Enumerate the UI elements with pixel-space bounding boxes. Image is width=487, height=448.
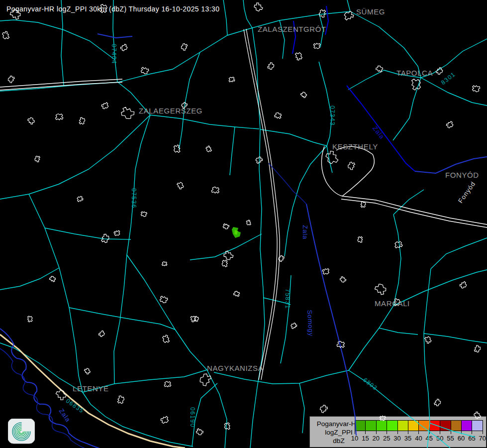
map-road-line [45, 228, 131, 239]
settlement-outline [459, 281, 467, 289]
settlement-outline [274, 112, 282, 120]
map-road-line [421, 39, 487, 78]
map-road-line [424, 334, 487, 343]
radar-viewer: Poganyvar-HR logZ_PPI dbZ 10152025303540… [0, 0, 487, 448]
settlement-outline [159, 295, 169, 304]
settlement-outline [140, 210, 148, 218]
settlement-outline [434, 399, 441, 406]
settlement-outline [205, 145, 213, 153]
map-road-line [250, 28, 265, 448]
settlement-outline [161, 260, 168, 267]
settlement-outline [293, 51, 304, 61]
settlement-outline [8, 76, 15, 83]
map-road-line [379, 328, 418, 335]
map-rail-line [342, 196, 487, 224]
hungaromet-spiral-logo [8, 419, 35, 447]
spiral-icon [8, 419, 35, 445]
settlement-outline [245, 219, 252, 226]
settlement-outline [176, 181, 184, 190]
settlement-outline [233, 290, 240, 297]
map-road-line [83, 370, 207, 392]
settlement-outline [78, 116, 86, 125]
map-road-line [0, 343, 83, 392]
settlement-outline [471, 83, 481, 93]
settlement-outline [100, 101, 109, 110]
settlement-outline [393, 240, 404, 250]
settlement-outline [163, 380, 172, 389]
settlement-outline [375, 284, 386, 295]
map-road-line [150, 115, 259, 129]
settlement-outline [222, 223, 230, 229]
map-road-line [214, 370, 349, 384]
map-road-line [384, 70, 421, 78]
settlement-outline [300, 92, 307, 98]
settlement-outline [210, 185, 221, 195]
settlement-outline [376, 65, 383, 73]
map-road-line [281, 275, 291, 363]
map-rail-line [246, 29, 280, 380]
settlement-outline [324, 149, 340, 165]
settlement-outline [120, 106, 135, 120]
map-road-line [118, 83, 150, 115]
map-road-line [0, 11, 350, 91]
settlement-outline [321, 266, 331, 276]
settlement-outline [436, 67, 443, 75]
settlement-outline [347, 161, 356, 170]
settlement-outline [408, 77, 423, 92]
map-road-line [230, 127, 235, 175]
settlement-outline [474, 345, 482, 353]
settlement-outline [423, 336, 432, 344]
settlement-outline [312, 41, 322, 50]
map-road-line [192, 383, 217, 447]
settlement-outline [379, 414, 387, 422]
map-road-line [243, 0, 252, 28]
map-road-line [350, 11, 421, 78]
map-road-line [0, 115, 150, 199]
page-title: Poganyvar-HR logZ_PPI 30km (dbZ) Thursda… [6, 5, 219, 13]
map-road-line [393, 78, 421, 140]
settlement-outline [254, 2, 264, 11]
map-road-line [348, 70, 384, 90]
radar-map [0, 0, 487, 448]
settlement-outline [76, 195, 84, 203]
map-brightriver-line [292, 21, 295, 54]
map-road-line [0, 268, 59, 290]
map-rail-line [244, 29, 277, 380]
map-river-line [97, 34, 132, 38]
settlement-outline [161, 334, 172, 344]
settlement-outline [120, 43, 128, 52]
map-road-line [319, 14, 323, 47]
settlement-outline [49, 276, 56, 282]
settlement-outline [181, 43, 188, 51]
map-road-line [127, 255, 207, 370]
map-road-line [207, 370, 227, 448]
map-road-line [0, 20, 115, 60]
map-shore-line [336, 146, 374, 196]
map-road-line [393, 270, 487, 306]
settlement-outline [98, 330, 105, 337]
map-brightriver-line [325, 6, 328, 35]
settlement-outline [160, 415, 170, 425]
map-road-line [280, 20, 285, 59]
settlement-outline [474, 411, 482, 419]
map-road-line [327, 146, 332, 173]
map-road-line [349, 370, 450, 448]
map-road-line [263, 298, 291, 305]
settlement-outline [84, 368, 91, 375]
map-road-line [299, 383, 304, 433]
map-road-line [431, 238, 487, 269]
map-road-line [127, 115, 150, 255]
map-road-line [260, 129, 327, 146]
settlement-outline [54, 112, 64, 122]
map-road-line [114, 255, 127, 384]
map-road-line [430, 423, 475, 437]
map-road-line [179, 52, 200, 149]
settlement-outline [340, 276, 346, 282]
settlement-outline [320, 405, 328, 413]
map-road-line [424, 269, 431, 448]
map-road-line [349, 215, 401, 370]
map-road-line [190, 234, 262, 260]
map-brightriver-line [347, 86, 415, 171]
settlement-outline [446, 120, 454, 129]
map-road-line [347, 0, 350, 11]
